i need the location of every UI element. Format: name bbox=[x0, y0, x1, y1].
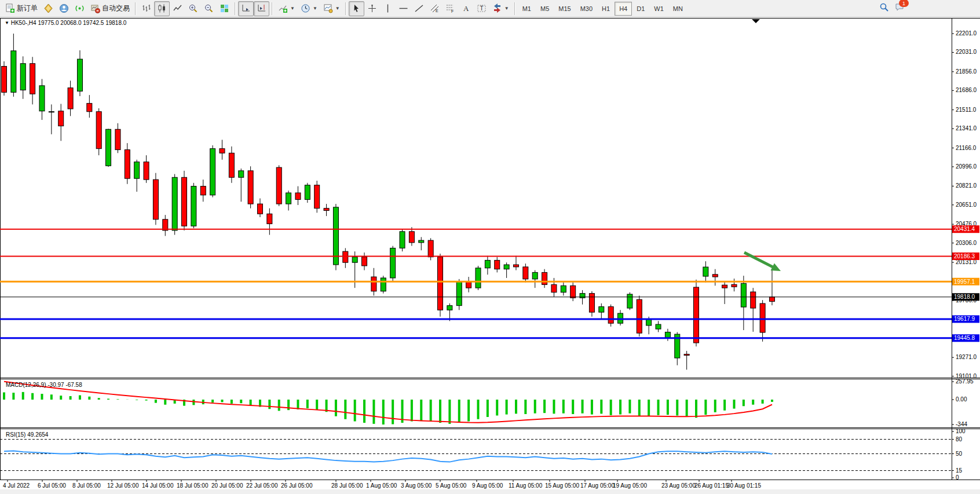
cursor-icon bbox=[352, 3, 361, 13]
autotrading-button[interactable]: 自动交易 bbox=[87, 1, 133, 16]
timeframe-h1-button[interactable]: H1 bbox=[597, 2, 615, 16]
bear-candle bbox=[513, 265, 518, 267]
svg-text:17 Aug 05:00: 17 Aug 05:00 bbox=[580, 482, 615, 489]
svg-text:257.95: 257.95 bbox=[956, 378, 974, 385]
svg-text:20306.0: 20306.0 bbox=[956, 240, 977, 246]
chart-area[interactable]: 22201.022031.021856.021686.021511.021341… bbox=[0, 17, 980, 494]
bear-candle bbox=[315, 185, 320, 208]
bull-candle bbox=[599, 307, 604, 313]
new-order-button-label: 新订单 bbox=[17, 3, 38, 13]
zoom-in-icon bbox=[188, 3, 198, 13]
svg-text:11 Aug 05:00: 11 Aug 05:00 bbox=[509, 482, 543, 489]
vertical-line-button[interactable] bbox=[380, 1, 396, 16]
svg-text:0.00: 0.00 bbox=[956, 396, 967, 402]
svg-text:T: T bbox=[480, 5, 483, 12]
svg-text:1 Aug 05:00: 1 Aug 05:00 bbox=[366, 482, 397, 489]
autoscroll-button[interactable] bbox=[238, 1, 254, 16]
bear-candle bbox=[87, 103, 92, 111]
bear-candle bbox=[125, 150, 130, 179]
bear-candle bbox=[343, 251, 348, 262]
signals-icon bbox=[75, 3, 85, 13]
timeframes-group: M1M5M15M30H1H4D1W1MN bbox=[518, 1, 688, 17]
zoom-group bbox=[185, 1, 232, 17]
chat-icon[interactable]: 1 bbox=[895, 2, 905, 14]
alert-button[interactable] bbox=[41, 1, 56, 16]
timeframe-m5-button[interactable]: M5 bbox=[536, 2, 554, 16]
equidistant-channel-button[interactable]: E bbox=[427, 1, 443, 16]
line-chart-button[interactable] bbox=[170, 1, 185, 16]
bull-candle bbox=[627, 294, 632, 308]
text-button[interactable]: A bbox=[458, 1, 474, 16]
symbol-dropdown-icon[interactable]: ▼ bbox=[5, 20, 9, 25]
timeframe-d1-button[interactable]: D1 bbox=[632, 2, 649, 16]
timeframe-m1-button[interactable]: M1 bbox=[518, 2, 536, 16]
search-icon[interactable] bbox=[879, 2, 889, 14]
zoom-out-icon bbox=[204, 3, 214, 13]
timeframe-m15-button[interactable]: M15 bbox=[554, 2, 575, 16]
timeframe-m30-button[interactable]: M30 bbox=[576, 2, 597, 16]
community-button[interactable] bbox=[56, 1, 72, 16]
bear-candle bbox=[276, 167, 281, 204]
timeframe-h4-button[interactable]: H4 bbox=[615, 2, 632, 16]
bear-candle bbox=[608, 307, 613, 324]
svg-text:21856.0: 21856.0 bbox=[956, 68, 977, 75]
crosshair-button[interactable] bbox=[364, 1, 380, 16]
svg-text:22031.0: 22031.0 bbox=[956, 49, 977, 55]
text-label-button[interactable]: T bbox=[474, 1, 489, 16]
bear-candle bbox=[248, 171, 253, 204]
fibonacci-button[interactable]: F bbox=[443, 1, 458, 16]
bear-candle bbox=[523, 267, 528, 279]
bear-candle bbox=[257, 204, 262, 214]
zoom-out-button[interactable] bbox=[201, 1, 217, 16]
indicators-button[interactable]: ▼ bbox=[275, 1, 298, 16]
bull-candle bbox=[456, 281, 462, 306]
svg-text:-344: -344 bbox=[956, 421, 967, 427]
svg-text:19818.0: 19818.0 bbox=[954, 294, 975, 300]
cursor-button[interactable] bbox=[349, 1, 364, 16]
tile-windows-button[interactable] bbox=[217, 1, 232, 16]
timeframe-w1-button[interactable]: W1 bbox=[649, 2, 668, 16]
signals-button[interactable] bbox=[72, 1, 87, 16]
horizontal-line-button[interactable] bbox=[396, 1, 411, 16]
svg-text:0: 0 bbox=[956, 474, 959, 481]
toolbar-right-group: 1 bbox=[879, 2, 905, 14]
dropdown-caret-icon[interactable]: ▼ bbox=[313, 6, 317, 11]
rsi-name: RSI(15) bbox=[6, 431, 25, 438]
templates-button[interactable]: ▼ bbox=[320, 1, 343, 16]
bear-candle bbox=[2, 66, 7, 92]
svg-text:6 Jul 05:00: 6 Jul 05:00 bbox=[38, 482, 66, 489]
chart-shift-button[interactable] bbox=[254, 1, 269, 16]
bar-chart-button[interactable] bbox=[138, 1, 154, 16]
autotrading-button-label: 自动交易 bbox=[102, 3, 130, 13]
bear-candle bbox=[571, 286, 576, 298]
svg-text:20431.4: 20431.4 bbox=[954, 226, 975, 232]
main-toolbar: 新订单自动交易 ▼▼▼ EFAT▼ M1M5M15M30H1H4D1W1MN 1 bbox=[0, 0, 980, 17]
trendline-button[interactable] bbox=[411, 1, 427, 16]
bull-candle bbox=[11, 51, 16, 93]
svg-text:21511.0: 21511.0 bbox=[956, 107, 977, 113]
svg-text:50: 50 bbox=[956, 451, 963, 457]
vertical-line-icon bbox=[383, 3, 393, 13]
bear-candle bbox=[144, 162, 149, 180]
text-icon: A bbox=[461, 3, 471, 13]
dropdown-caret-icon[interactable]: ▼ bbox=[335, 6, 340, 11]
dropdown-caret-icon[interactable]: ▼ bbox=[290, 6, 295, 11]
new-order-button[interactable]: 新订单 bbox=[2, 1, 41, 16]
candlestick-button[interactable] bbox=[154, 1, 170, 16]
chart-type-group bbox=[138, 1, 185, 17]
bear-candle bbox=[30, 64, 35, 94]
chart-canvas[interactable]: 22201.022031.021856.021686.021511.021341… bbox=[0, 17, 980, 494]
timeframe-mn-button[interactable]: MN bbox=[668, 2, 688, 16]
bear-candle bbox=[58, 111, 64, 126]
dropdown-caret-icon[interactable]: ▼ bbox=[504, 6, 509, 11]
bear-candle bbox=[182, 177, 187, 226]
zoom-in-button[interactable] bbox=[185, 1, 201, 16]
bull-candle bbox=[77, 59, 82, 91]
bear-candle bbox=[589, 294, 594, 312]
periods-button[interactable]: ▼ bbox=[298, 1, 320, 16]
chart-symbol-title: ▼ HK50-,H4 19775.0 20068.0 19742.5 19818… bbox=[5, 20, 126, 26]
tile-windows-icon bbox=[220, 3, 229, 13]
bear-candle bbox=[409, 232, 414, 243]
candlestick-icon bbox=[157, 3, 167, 13]
arrows-button[interactable]: ▼ bbox=[489, 1, 512, 16]
